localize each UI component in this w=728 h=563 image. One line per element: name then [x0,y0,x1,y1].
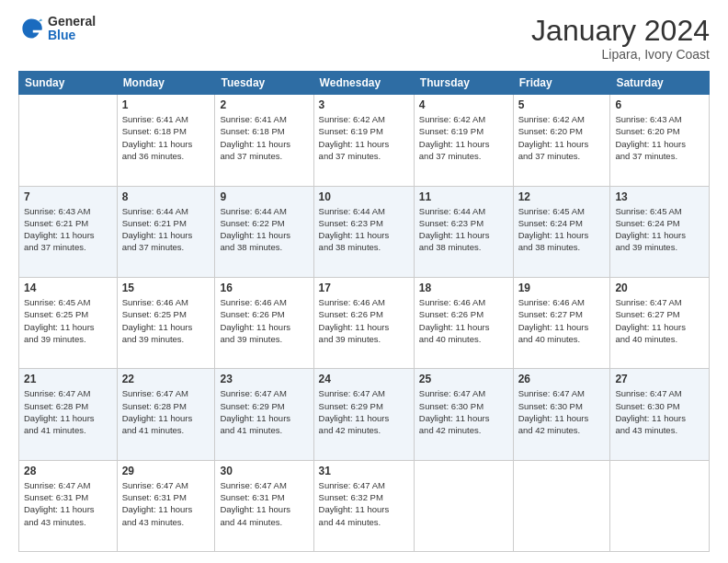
day-info: Sunrise: 6:46 AM Sunset: 6:25 PM Dayligh… [122,296,210,345]
calendar-cell [19,95,118,186]
weekday-thursday: Thursday [414,72,513,95]
week-row-1: 1Sunrise: 6:41 AM Sunset: 6:18 PM Daylig… [19,95,710,186]
calendar-cell: 10Sunrise: 6:44 AM Sunset: 6:23 PM Dayli… [313,186,414,277]
day-number: 11 [419,190,508,203]
weekday-wednesday: Wednesday [313,72,414,95]
logo-general: General [48,15,96,29]
calendar-cell: 9Sunrise: 6:44 AM Sunset: 6:22 PM Daylig… [215,186,313,277]
day-number: 15 [122,282,210,294]
day-info: Sunrise: 6:44 AM Sunset: 6:23 PM Dayligh… [319,205,409,254]
calendar-cell: 26Sunrise: 6:47 AM Sunset: 6:30 PM Dayli… [513,369,610,460]
day-info: Sunrise: 6:45 AM Sunset: 6:25 PM Dayligh… [24,296,112,345]
day-number: 6 [615,98,704,111]
day-info: Sunrise: 6:47 AM Sunset: 6:30 PM Dayligh… [419,387,508,436]
week-row-2: 7Sunrise: 6:43 AM Sunset: 6:21 PM Daylig… [19,186,710,277]
calendar-cell: 19Sunrise: 6:46 AM Sunset: 6:27 PM Dayli… [513,277,610,368]
day-number: 21 [24,373,112,385]
calendar-cell: 22Sunrise: 6:47 AM Sunset: 6:28 PM Dayli… [117,369,215,460]
day-number: 19 [518,282,606,294]
calendar-cell: 27Sunrise: 6:47 AM Sunset: 6:30 PM Dayli… [610,369,710,460]
day-number: 14 [24,282,112,294]
title-block: January 2024 Lipara, Ivory Coast [531,15,710,62]
day-info: Sunrise: 6:47 AM Sunset: 6:31 PM Dayligh… [122,479,210,528]
weekday-friday: Friday [513,72,610,95]
calendar-cell: 5Sunrise: 6:42 AM Sunset: 6:20 PM Daylig… [513,95,610,186]
weekday-header-row: SundayMondayTuesdayWednesdayThursdayFrid… [19,72,710,95]
calendar-cell: 1Sunrise: 6:41 AM Sunset: 6:18 PM Daylig… [117,95,215,186]
weekday-saturday: Saturday [610,72,710,95]
day-info: Sunrise: 6:47 AM Sunset: 6:31 PM Dayligh… [220,479,308,528]
calendar-cell: 29Sunrise: 6:47 AM Sunset: 6:31 PM Dayli… [117,460,215,551]
day-number: 18 [419,282,508,294]
day-info: Sunrise: 6:47 AM Sunset: 6:28 PM Dayligh… [122,387,210,436]
day-number: 13 [615,190,704,203]
day-number: 3 [319,98,409,111]
day-info: Sunrise: 6:47 AM Sunset: 6:27 PM Dayligh… [615,296,704,345]
day-info: Sunrise: 6:47 AM Sunset: 6:31 PM Dayligh… [24,479,112,528]
weekday-tuesday: Tuesday [215,72,313,95]
day-number: 20 [615,282,704,294]
day-number: 2 [220,98,308,111]
day-number: 5 [518,98,606,111]
calendar-title: January 2024 [531,15,710,47]
day-info: Sunrise: 6:41 AM Sunset: 6:18 PM Dayligh… [220,113,308,162]
weekday-monday: Monday [117,72,215,95]
day-number: 17 [319,282,409,294]
day-number: 4 [419,98,508,111]
logo: General Blue [18,15,96,43]
calendar-cell: 15Sunrise: 6:46 AM Sunset: 6:25 PM Dayli… [117,277,215,368]
calendar-cell: 17Sunrise: 6:46 AM Sunset: 6:26 PM Dayli… [313,277,414,368]
day-info: Sunrise: 6:43 AM Sunset: 6:20 PM Dayligh… [615,113,704,162]
calendar-cell: 7Sunrise: 6:43 AM Sunset: 6:21 PM Daylig… [19,186,118,277]
calendar-cell: 6Sunrise: 6:43 AM Sunset: 6:20 PM Daylig… [610,95,710,186]
day-info: Sunrise: 6:47 AM Sunset: 6:28 PM Dayligh… [24,387,112,436]
day-info: Sunrise: 6:41 AM Sunset: 6:18 PM Dayligh… [122,113,210,162]
day-number: 8 [122,190,210,203]
day-number: 12 [518,190,606,203]
day-info: Sunrise: 6:45 AM Sunset: 6:24 PM Dayligh… [518,205,606,254]
weekday-sunday: Sunday [19,72,118,95]
day-info: Sunrise: 6:47 AM Sunset: 6:29 PM Dayligh… [319,387,409,436]
day-info: Sunrise: 6:47 AM Sunset: 6:30 PM Dayligh… [615,387,704,436]
calendar-cell: 12Sunrise: 6:45 AM Sunset: 6:24 PM Dayli… [513,186,610,277]
logo-text: General Blue [48,15,96,43]
page: General Blue January 2024 Lipara, Ivory … [0,0,728,563]
day-info: Sunrise: 6:46 AM Sunset: 6:26 PM Dayligh… [419,296,508,345]
day-info: Sunrise: 6:42 AM Sunset: 6:19 PM Dayligh… [419,113,508,162]
day-number: 30 [220,465,308,477]
calendar-cell: 8Sunrise: 6:44 AM Sunset: 6:21 PM Daylig… [117,186,215,277]
day-number: 16 [220,282,308,294]
calendar-cell: 3Sunrise: 6:42 AM Sunset: 6:19 PM Daylig… [313,95,414,186]
day-number: 24 [319,373,409,385]
calendar-cell: 18Sunrise: 6:46 AM Sunset: 6:26 PM Dayli… [414,277,513,368]
calendar-cell: 4Sunrise: 6:42 AM Sunset: 6:19 PM Daylig… [414,95,513,186]
day-info: Sunrise: 6:44 AM Sunset: 6:21 PM Dayligh… [122,205,210,254]
logo-icon [18,16,44,41]
calendar-cell [610,460,710,551]
calendar-cell: 20Sunrise: 6:47 AM Sunset: 6:27 PM Dayli… [610,277,710,368]
day-number: 10 [319,190,409,203]
day-number: 27 [615,373,704,385]
day-info: Sunrise: 6:47 AM Sunset: 6:32 PM Dayligh… [319,479,409,528]
day-info: Sunrise: 6:42 AM Sunset: 6:19 PM Dayligh… [319,113,409,162]
day-number: 28 [24,465,112,477]
week-row-3: 14Sunrise: 6:45 AM Sunset: 6:25 PM Dayli… [19,277,710,368]
calendar-cell [513,460,610,551]
day-number: 23 [220,373,308,385]
day-info: Sunrise: 6:42 AM Sunset: 6:20 PM Dayligh… [518,113,606,162]
day-number: 31 [319,465,409,477]
calendar-cell: 30Sunrise: 6:47 AM Sunset: 6:31 PM Dayli… [215,460,313,551]
calendar-cell: 16Sunrise: 6:46 AM Sunset: 6:26 PM Dayli… [215,277,313,368]
calendar-cell: 24Sunrise: 6:47 AM Sunset: 6:29 PM Dayli… [313,369,414,460]
day-info: Sunrise: 6:44 AM Sunset: 6:23 PM Dayligh… [419,205,508,254]
day-number: 1 [122,98,210,111]
day-info: Sunrise: 6:43 AM Sunset: 6:21 PM Dayligh… [24,205,112,254]
calendar-cell: 11Sunrise: 6:44 AM Sunset: 6:23 PM Dayli… [414,186,513,277]
day-info: Sunrise: 6:45 AM Sunset: 6:24 PM Dayligh… [615,205,704,254]
week-row-4: 21Sunrise: 6:47 AM Sunset: 6:28 PM Dayli… [19,369,710,460]
logo-blue: Blue [48,29,96,42]
day-info: Sunrise: 6:46 AM Sunset: 6:26 PM Dayligh… [319,296,409,345]
calendar-cell: 21Sunrise: 6:47 AM Sunset: 6:28 PM Dayli… [19,369,118,460]
day-info: Sunrise: 6:44 AM Sunset: 6:22 PM Dayligh… [220,205,308,254]
day-info: Sunrise: 6:46 AM Sunset: 6:26 PM Dayligh… [220,296,308,345]
